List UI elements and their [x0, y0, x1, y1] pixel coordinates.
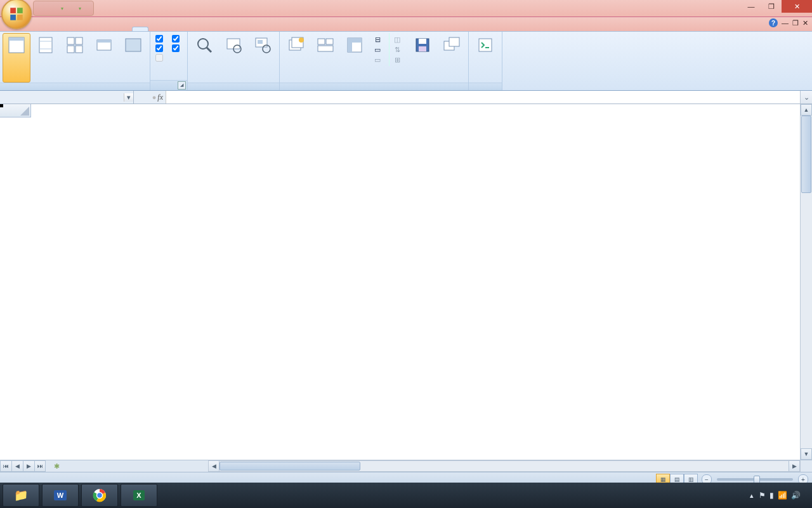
hide-button[interactable]: ▭: [371, 44, 386, 55]
taskbar-chrome[interactable]: [81, 484, 118, 507]
maximize-button[interactable]: ❐: [761, 0, 782, 13]
new-window-icon: [286, 35, 306, 55]
custom-views-button[interactable]: [90, 33, 118, 83]
mdi-close[interactable]: ✕: [802, 19, 808, 27]
sheet-next[interactable]: ▶: [23, 460, 34, 472]
split-icon: ⊟: [373, 35, 382, 44]
zoom-button[interactable]: [190, 33, 218, 83]
tab-review[interactable]: [115, 27, 131, 31]
mdi-minimize[interactable]: —: [782, 19, 789, 27]
horizontal-scrollbar[interactable]: ◀ ▶: [208, 460, 800, 472]
tab-view[interactable]: [132, 27, 148, 31]
group-label-zoom: [188, 83, 279, 90]
svg-point-25: [299, 37, 304, 43]
hide-icon: ▭: [373, 45, 382, 54]
formula-bar-checkbox[interactable]: [172, 35, 182, 43]
show-hide-dialog-launcher[interactable]: ◢: [178, 81, 186, 90]
qat-undo[interactable]: [48, 3, 59, 14]
name-box-container: ▾: [0, 91, 134, 104]
split-button[interactable]: ⊟: [371, 34, 386, 44]
full-screen-button[interactable]: [119, 33, 147, 83]
normal-view-button[interactable]: [3, 33, 30, 83]
tab-home[interactable]: [33, 27, 48, 31]
qat-redo-dd[interactable]: ▾: [78, 4, 82, 13]
freeze-panes-icon: [344, 35, 365, 55]
close-button[interactable]: ✕: [782, 0, 812, 13]
sheet-first[interactable]: ⏮: [0, 460, 11, 472]
svg-point-41: [97, 493, 103, 498]
formula-buttons: ● fx: [134, 91, 166, 104]
page-break-button[interactable]: [61, 33, 89, 83]
taskbar-word[interactable]: W: [42, 484, 79, 507]
help-icon[interactable]: ?: [769, 18, 778, 27]
tray-network-icon[interactable]: 📶: [778, 491, 787, 500]
tray-volume-icon[interactable]: 🔊: [791, 491, 801, 500]
group-label-window: [280, 83, 468, 90]
svg-rect-12: [75, 46, 82, 53]
new-window-button[interactable]: [282, 33, 310, 83]
zoom-to-selection-button[interactable]: [249, 33, 277, 83]
headings-checkbox[interactable]: [172, 44, 182, 52]
qat-undo-dd[interactable]: ▾: [60, 4, 64, 13]
formula-bar[interactable]: [166, 91, 800, 104]
save-workspace-button[interactable]: [409, 33, 436, 83]
column-headers: [0, 104, 31, 117]
tray-show-hidden[interactable]: ▴: [750, 491, 754, 500]
mdi-restore[interactable]: ❐: [792, 19, 799, 27]
cancel-formula-icon: ●: [152, 93, 157, 101]
fx-icon[interactable]: fx: [157, 93, 163, 102]
excel-icon: X: [133, 490, 144, 500]
ribbon: ◢ ⊟ ▭ ▭ ◫ ⇅ ⊞: [0, 31, 812, 91]
zoom-100-button[interactable]: [219, 33, 247, 83]
word-icon: W: [54, 490, 67, 500]
formula-bar-expand[interactable]: ⌄: [800, 91, 812, 104]
zoom-slider[interactable]: [717, 478, 793, 481]
qat-customize[interactable]: [83, 3, 89, 14]
name-box[interactable]: [32, 97, 124, 98]
qat-save[interactable]: [35, 3, 46, 14]
tray-flag-icon[interactable]: ⚑: [759, 491, 766, 500]
name-box-dropdown[interactable]: ▾: [124, 93, 133, 102]
page-layout-button[interactable]: [32, 33, 60, 83]
ribbon-tabs: ? — ❐ ✕: [0, 17, 812, 31]
taskbar-explorer[interactable]: 📁: [3, 484, 39, 507]
vscroll-thumb[interactable]: [801, 116, 811, 193]
select-all-button[interactable]: [0, 104, 31, 117]
qat-redo[interactable]: [65, 3, 77, 14]
unhide-icon: ▭: [373, 55, 382, 64]
folder-icon: 📁: [14, 488, 28, 502]
hscroll-thumb[interactable]: [219, 462, 360, 471]
gridlines-checkbox[interactable]: [155, 44, 166, 52]
new-sheet-button[interactable]: ✱: [49, 460, 63, 472]
message-bar-checkbox: [155, 54, 166, 62]
svg-rect-1: [17, 8, 23, 13]
ruler-checkbox[interactable]: [155, 35, 166, 43]
switch-windows-button[interactable]: [438, 33, 466, 83]
quick-access-toolbar: ▾ ▾: [33, 1, 94, 16]
tray-icons: ⚑ ▮ 📶 🔊: [759, 491, 801, 500]
minimize-button[interactable]: —: [741, 0, 761, 13]
scroll-corner: [800, 460, 812, 472]
svg-rect-14: [97, 40, 111, 43]
svg-rect-36: [449, 37, 459, 46]
scroll-up-arrow[interactable]: ▲: [801, 104, 812, 116]
taskbar-excel[interactable]: X: [121, 484, 157, 507]
page-break-icon: [65, 35, 85, 55]
arrange-all-button[interactable]: [311, 33, 339, 83]
group-label-macros: [469, 83, 502, 90]
freeze-panes-button[interactable]: [341, 33, 369, 83]
macros-button[interactable]: [471, 33, 499, 83]
office-button[interactable]: [1, 0, 32, 29]
tab-data[interactable]: [99, 27, 114, 31]
sheet-last[interactable]: ⏭: [34, 460, 46, 472]
scroll-right-arrow[interactable]: ▶: [789, 461, 799, 471]
scroll-left-arrow[interactable]: ◀: [209, 461, 219, 471]
page-layout-icon: [36, 35, 56, 55]
tab-insert[interactable]: [49, 27, 65, 31]
tab-page-layout[interactable]: [66, 27, 81, 31]
vertical-scrollbar[interactable]: ▲ ▼: [800, 104, 812, 460]
scroll-down-arrow[interactable]: ▼: [801, 448, 812, 460]
tray-battery-icon[interactable]: ▮: [769, 491, 774, 500]
tab-formulas[interactable]: [82, 27, 98, 31]
sheet-prev[interactable]: ◀: [11, 460, 23, 472]
